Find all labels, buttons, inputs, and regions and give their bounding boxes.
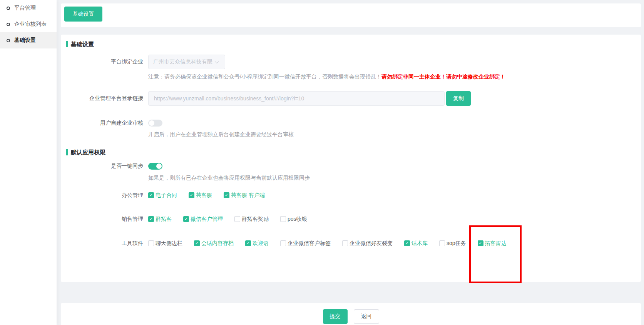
sync-toggle[interactable] bbox=[148, 163, 162, 170]
checkbox-checked-icon: ✓ bbox=[194, 240, 200, 246]
group-label: 办公管理 bbox=[61, 192, 143, 199]
section-accent-bar bbox=[66, 41, 68, 47]
app-permission-checkbox[interactable]: ✓拓客雷达 bbox=[478, 240, 507, 247]
app-permission-checkbox[interactable]: ✓会话内容存档 bbox=[194, 240, 234, 247]
note-text: 注意：请务必确保该企业微信和公众号/小程序绑定到同一微信开放平台，否则数据将会出… bbox=[148, 73, 381, 80]
app-permission-checkbox[interactable]: ✓欢迎语 bbox=[245, 240, 269, 247]
checkbox-checked-icon: ✓ bbox=[224, 192, 229, 198]
checkbox-unchecked-icon bbox=[342, 240, 348, 246]
settings-form-card: 基础设置 平台绑定企业 广州市芸众信息科技有限公 注意：请务必确保该企业微信和公… bbox=[61, 35, 641, 282]
checkbox-label: 芸客服 客户端 bbox=[231, 192, 265, 199]
checkbox-label: 微信客户管理 bbox=[191, 216, 223, 223]
checkbox-checked-icon: ✓ bbox=[478, 240, 483, 246]
app-permission-checkbox[interactable]: sop任务 bbox=[439, 240, 466, 247]
login-link-label: 企业管理平台登录链接 bbox=[61, 95, 143, 102]
checkbox-checked-icon: ✓ bbox=[245, 240, 251, 246]
checkbox-label: 话术库 bbox=[411, 240, 428, 247]
app-permission-checkbox[interactable]: ✓电子合同 bbox=[148, 192, 177, 199]
tab-basic-settings[interactable]: 基础设置 bbox=[64, 7, 102, 22]
top-tab-bar: 基础设置 bbox=[61, 3, 641, 27]
sidebar: 平台管理 企业审核列表 基础设置 bbox=[0, 0, 57, 325]
checkbox-label: 企业微信好友裂变 bbox=[350, 240, 393, 247]
bind-company-note: 注意：请务必确保该企业微信和公众号/小程序绑定到同一微信开放平台，否则数据将会出… bbox=[148, 73, 641, 80]
app-permission-checkbox[interactable]: 聊天侧边栏 bbox=[148, 240, 182, 247]
app-permission-checkbox[interactable]: ✓微信客户管理 bbox=[183, 216, 223, 223]
app-permission-checkbox[interactable]: 企业微信客户标签 bbox=[280, 240, 331, 247]
bind-company-value: 广州市芸众信息科技有限公 bbox=[153, 58, 213, 65]
group-label: 工具软件 bbox=[61, 240, 143, 247]
checkbox-checked-icon: ✓ bbox=[148, 192, 154, 198]
checkbox-label: 电子合同 bbox=[156, 192, 177, 199]
section-title-default-permissions: 默认应用权限 bbox=[61, 149, 641, 156]
checkbox-checked-icon: ✓ bbox=[183, 216, 189, 222]
note-warning-text: 请勿绑定非同一主体企业！请勿中途修改企业绑定！ bbox=[381, 73, 505, 80]
checkbox-checked-icon: ✓ bbox=[189, 192, 194, 198]
group-label: 销售管理 bbox=[61, 216, 143, 223]
login-link-row: 企业管理平台登录链接 复制 bbox=[61, 91, 641, 106]
app-permission-checkbox[interactable]: ✓话术库 bbox=[404, 240, 428, 247]
circle-icon bbox=[7, 7, 10, 10]
app-permission-checkbox[interactable]: 企业微信好友裂变 bbox=[342, 240, 393, 247]
sidebar-item-basic-settings[interactable]: 基础设置 bbox=[0, 32, 57, 48]
checkbox-group: ✓群拓客✓微信客户管理群拓客奖励pos收银 bbox=[148, 216, 319, 223]
app-permission-checkbox[interactable]: ✓芸客服 客户端 bbox=[224, 192, 265, 199]
back-button[interactable]: 返回 bbox=[354, 309, 379, 324]
app-permission-checkbox[interactable]: 群拓客奖励 bbox=[234, 216, 269, 223]
chevron-down-icon bbox=[215, 59, 219, 63]
checkbox-label: 企业微信客户标签 bbox=[288, 240, 331, 247]
bind-company-row: 平台绑定企业 广州市芸众信息科技有限公 bbox=[61, 55, 641, 69]
sync-label: 是否一键同步 bbox=[61, 163, 143, 170]
app-permission-checkbox[interactable]: ✓芸客服 bbox=[189, 192, 212, 199]
sidebar-item-label: 基础设置 bbox=[14, 37, 36, 44]
sidebar-item-platform-management[interactable]: 平台管理 bbox=[0, 0, 57, 16]
sidebar-item-label: 平台管理 bbox=[14, 5, 36, 12]
checkbox-unchecked-icon bbox=[148, 240, 154, 246]
checkbox-unchecked-icon bbox=[280, 240, 286, 246]
checkbox-label: 芸客服 bbox=[196, 192, 212, 199]
checkbox-label: 拓客雷达 bbox=[485, 240, 507, 247]
checkbox-checked-icon: ✓ bbox=[404, 240, 410, 246]
bind-company-select[interactable]: 广州市芸众信息科技有限公 bbox=[148, 55, 225, 69]
user-audit-label: 用户自建企业审核 bbox=[61, 120, 143, 127]
user-audit-helper: 开启后，用户在企业管理独立后台创建企业需要经过平台审核 bbox=[148, 131, 641, 138]
footer-action-bar: 提交 返回 bbox=[61, 303, 641, 325]
section-title-basic-settings: 基础设置 bbox=[61, 41, 641, 48]
sync-row: 是否一键同步 bbox=[61, 162, 641, 170]
tool-software-row: 工具软件 聊天侧边栏✓会话内容存档✓欢迎语企业微信客户标签企业微信好友裂变✓话术… bbox=[61, 240, 641, 247]
main-content: 基础设置 基础设置 平台绑定企业 广州市芸众信息科技有限公 注意：请务必确保该企… bbox=[61, 0, 641, 325]
checkbox-label: 会话内容存档 bbox=[201, 240, 234, 247]
checkbox-checked-icon: ✓ bbox=[148, 216, 154, 222]
copy-button[interactable]: 复制 bbox=[446, 91, 471, 106]
toggle-knob bbox=[156, 163, 162, 169]
toggle-knob bbox=[149, 120, 154, 126]
circle-icon bbox=[7, 23, 10, 26]
circle-icon bbox=[7, 39, 10, 42]
highlight-rectangle bbox=[469, 225, 522, 283]
checkbox-label: 聊天侧边栏 bbox=[156, 240, 182, 247]
bind-company-label: 平台绑定企业 bbox=[61, 58, 143, 65]
sidebar-item-enterprise-audit-list[interactable]: 企业审核列表 bbox=[0, 16, 57, 32]
app-permission-checkbox[interactable]: pos收银 bbox=[280, 216, 307, 223]
checkbox-group: 聊天侧边栏✓会话内容存档✓欢迎语企业微信客户标签企业微信好友裂变✓话术库sop任… bbox=[148, 240, 518, 247]
sidebar-item-label: 企业审核列表 bbox=[14, 21, 47, 28]
checkbox-label: pos收银 bbox=[288, 216, 307, 223]
checkbox-unchecked-icon bbox=[280, 216, 286, 222]
checkbox-label: 欢迎语 bbox=[253, 240, 269, 247]
user-audit-row: 用户自建企业审核 bbox=[61, 119, 641, 127]
checkbox-unchecked-icon bbox=[439, 240, 445, 246]
sync-helper: 如果是，则所有已存在企业也会将应用权限与当前默认应用权限同步 bbox=[148, 174, 641, 182]
office-management-row: 办公管理 ✓电子合同✓芸客服✓芸客服 客户端 bbox=[61, 192, 641, 199]
checkbox-label: 群拓客 bbox=[156, 216, 172, 223]
checkbox-label: sop任务 bbox=[447, 240, 466, 247]
checkbox-group: ✓电子合同✓芸客服✓芸客服 客户端 bbox=[148, 192, 276, 199]
submit-button[interactable]: 提交 bbox=[323, 309, 348, 324]
checkbox-label: 群拓客奖励 bbox=[242, 216, 269, 223]
app-permission-checkbox[interactable]: ✓群拓客 bbox=[148, 216, 172, 223]
sales-management-row: 销售管理 ✓群拓客✓微信客户管理群拓客奖励pos收银 bbox=[61, 215, 641, 223]
login-link-input[interactable] bbox=[148, 91, 445, 106]
checkbox-unchecked-icon bbox=[234, 216, 240, 222]
section-accent-bar bbox=[66, 149, 68, 155]
user-audit-toggle[interactable] bbox=[148, 120, 162, 127]
